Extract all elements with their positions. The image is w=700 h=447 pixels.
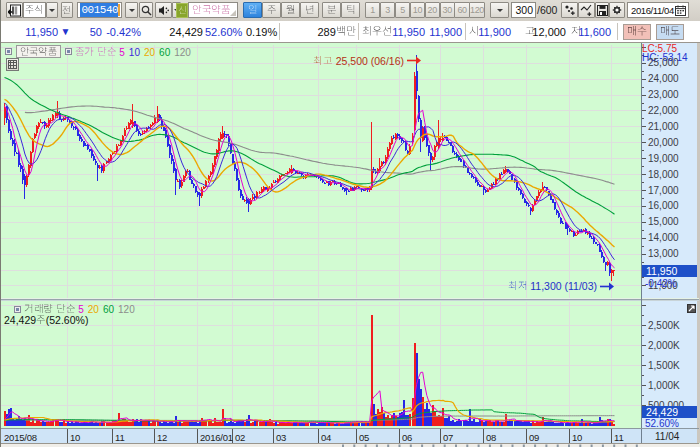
pin-icon[interactable] [5, 48, 12, 55]
price-axis-label: 25,000 [648, 57, 679, 68]
date-picker[interactable]: 2016/11/04 [627, 2, 689, 18]
minute-button-5[interactable]: 5 [395, 2, 410, 18]
save-chart-button[interactable] [595, 2, 609, 18]
price-legend-periods: 5102060120 [119, 46, 195, 58]
best-bid: 11,900 [424, 26, 462, 38]
legend-period-60: 60 [159, 47, 170, 58]
period-button-6[interactable] [341, 2, 360, 18]
x-axis-label: 03 [276, 432, 286, 443]
sound-alert-button[interactable] [155, 2, 172, 18]
trade-value: 289 [313, 26, 356, 38]
quote-bar: 11,950 ▼ 50 -0.42% 24,429 52.60% 0.19% 2… [1, 21, 700, 43]
stock-name-value [192, 4, 231, 16]
compare-dots-icon [564, 4, 576, 16]
legend-period-20: 20 [88, 304, 99, 315]
low-annotation: 11,300 (11/03) [508, 280, 614, 292]
price-axis-label: 18,000 [648, 169, 679, 180]
minute-button-30[interactable]: 30 [440, 2, 455, 18]
low-arrow-icon [600, 282, 614, 291]
open-price: 11,900 [473, 26, 511, 38]
minute-button-10[interactable]: 10 [410, 2, 425, 18]
toolbar: 001540 13510203060120 300 /600 [1, 0, 700, 21]
bar-count-value: 300 [515, 4, 533, 16]
minute-button-20[interactable]: 20 [425, 2, 440, 18]
period-button-4[interactable] [300, 2, 319, 18]
current-price: 11,950 [18, 26, 58, 38]
best-ask: 11,950 [387, 26, 425, 38]
period-button-label [305, 4, 315, 16]
bar-count-total-label: /600 [537, 4, 557, 16]
chart-canvas[interactable] [0, 43, 700, 447]
asset-type-select[interactable] [23, 2, 47, 18]
current-price-badge: 11,950 [642, 265, 697, 277]
minute-button-120[interactable]: 120 [469, 2, 484, 18]
price-pane-legend: 5102060120 [5, 45, 195, 58]
x-axis-label: 05 [359, 432, 369, 443]
code-dropdown-button[interactable] [125, 2, 138, 18]
legend-period-5: 5 [119, 47, 125, 58]
minute-button-1[interactable]: 1 [365, 2, 380, 18]
stock-search-button[interactable] [139, 2, 153, 18]
sell-button[interactable] [656, 24, 684, 40]
gear-icon [611, 4, 623, 16]
date-value: 2016/11/04 [631, 5, 674, 16]
turnover-rate: 0.19% [246, 26, 276, 38]
current-ratio-badge: 52.60% [645, 418, 679, 429]
x-axis-label: 10 [572, 432, 582, 443]
grid-toggle-button[interactable] [6, 58, 19, 71]
legend-period-10: 10 [129, 47, 140, 58]
x-axis-label: 06 [402, 432, 412, 443]
x-axis-label: 08 [486, 432, 496, 443]
window-border [0, 0, 1, 447]
volume-value: 24,429 [161, 26, 203, 38]
price-axis-label: 24,000 [648, 73, 679, 84]
search-icon [141, 5, 152, 16]
minute-button-60[interactable]: 60 [454, 2, 469, 18]
price-axis-label: 13,000 [648, 248, 679, 259]
asset-type-dropdown-button[interactable] [46, 2, 59, 18]
pane-maximize-button[interactable] [687, 304, 696, 313]
stock-code-input[interactable]: 001540 [77, 2, 123, 18]
new-issue-badge-label [178, 5, 187, 16]
x-axis-label: 2016/01 [200, 432, 233, 443]
period-button-1[interactable] [243, 2, 262, 18]
stock-name-field[interactable] [188, 2, 238, 18]
period-button-2[interactable] [262, 2, 281, 18]
stock-chart-window: 001540 13510203060120 300 /600 [0, 0, 700, 447]
floppy-disk-icon [597, 5, 608, 16]
buy-button[interactable] [623, 24, 651, 40]
price-axis-label: 21,000 [648, 121, 679, 132]
window-menu-button[interactable] [6, 2, 23, 18]
x-axis-label: 02 [235, 432, 245, 443]
maximize-arrow-icon [688, 305, 695, 312]
bar-count-input[interactable]: 300 [511, 2, 536, 18]
minute-button-3[interactable]: 3 [380, 2, 395, 18]
pin-icon[interactable] [14, 306, 21, 313]
current-change-badge: -0.42% [645, 278, 677, 289]
pin-icon[interactable] [65, 48, 72, 55]
separator [617, 23, 618, 40]
stock-code-value: 001540 [80, 3, 119, 17]
buy-button-label [627, 26, 647, 38]
x-axis-label: 2015/08 [4, 432, 37, 443]
price-legend-title [75, 46, 117, 58]
compare-stocks-button[interactable] [561, 2, 578, 18]
volume-axis-label: 2,000K [648, 340, 680, 351]
price-pane-tab[interactable] [16, 45, 61, 58]
period-button-5[interactable] [322, 2, 341, 18]
add-indicator-button[interactable] [578, 2, 595, 18]
grid-icon [8, 60, 17, 69]
chart-area: 5102060120 LC:5.75 HC:-53.14 25,500 (06/… [0, 43, 700, 447]
legend-period-120: 120 [118, 304, 135, 315]
all-market-button[interactable] [61, 2, 73, 18]
down-arrow-icon: ▼ [61, 26, 71, 37]
bar-count-total-value: /600 [537, 4, 557, 16]
x-axis-label: 04 [321, 432, 331, 443]
chart-settings-button[interactable] [609, 2, 625, 18]
high-price: 12,000 [528, 26, 566, 38]
legend-period-60: 60 [103, 304, 114, 315]
current-volume-badge: 24,429 [642, 406, 697, 418]
tick-unit-dropdown-disabled[interactable] [490, 2, 509, 18]
period-button-3[interactable] [281, 2, 300, 18]
legend-period-120: 120 [174, 47, 191, 58]
